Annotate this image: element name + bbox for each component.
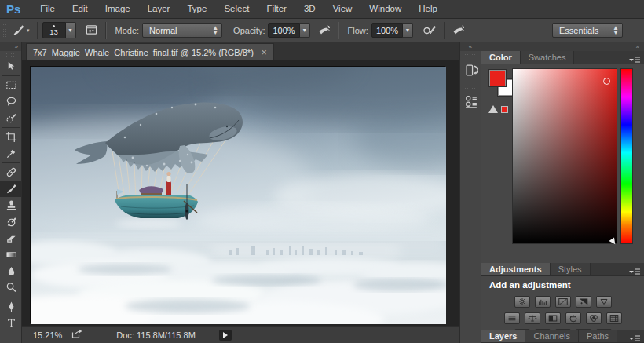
- adjustment-color-lookup[interactable]: [606, 312, 622, 324]
- hue-slider[interactable]: [620, 68, 633, 244]
- divider: [338, 22, 338, 39]
- adjustment-hue-saturation[interactable]: [504, 312, 520, 324]
- menu-filter[interactable]: Filter: [258, 0, 295, 18]
- expand-dock-icon[interactable]: «: [460, 42, 481, 51]
- clone-stamp-icon: [5, 199, 17, 211]
- tool-blur[interactable]: [0, 263, 22, 279]
- tool-type[interactable]: [0, 315, 22, 331]
- tab-layers-paths[interactable]: Paths: [579, 330, 617, 342]
- panel-menu-icon[interactable]: [628, 332, 641, 343]
- color-picker-marker[interactable]: [603, 78, 610, 85]
- tab-color-swatches[interactable]: Swatches: [521, 51, 575, 64]
- menu-bar: Ps FileEditImageLayerTypeSelectFilter3DV…: [0, 0, 644, 19]
- vibrance-icon: [598, 297, 609, 306]
- adjustment-brightness-contrast[interactable]: [514, 296, 530, 308]
- rectangular-marquee-icon: [5, 79, 17, 91]
- tool-divider: [2, 75, 20, 76]
- tab-adj-styles[interactable]: Styles: [551, 263, 591, 275]
- brush-panel-icon: [85, 24, 98, 36]
- menu-3d[interactable]: 3D: [295, 0, 324, 18]
- collapse-tools-icon[interactable]: »: [0, 42, 21, 51]
- adjustment-vibrance[interactable]: [596, 296, 612, 308]
- flow-control[interactable]: 100% ▼: [371, 23, 413, 38]
- saturation-brightness-picker[interactable]: [512, 68, 617, 244]
- document-size-info[interactable]: Doc: 115.8M/115.8M: [116, 330, 195, 340]
- opacity-value[interactable]: 100%: [268, 23, 299, 38]
- adjustment-black-white[interactable]: [545, 312, 561, 324]
- tool-eyedropper[interactable]: [0, 145, 22, 162]
- tab-layers-layers[interactable]: Layers: [481, 330, 525, 342]
- tool-move[interactable]: [0, 58, 22, 75]
- chevron-down-icon[interactable]: ▼: [300, 23, 310, 38]
- adjustment-curves[interactable]: [555, 296, 571, 308]
- tool-rectangular-marquee[interactable]: [0, 77, 22, 93]
- menu-view[interactable]: View: [324, 0, 361, 18]
- tool-clone-stamp[interactable]: [0, 197, 22, 213]
- tool-lasso[interactable]: [0, 93, 22, 110]
- collapsed-panel-dock: «: [459, 42, 481, 343]
- adjustment-photo-filter[interactable]: [565, 312, 581, 324]
- tool-brush[interactable]: [0, 181, 22, 197]
- tool-spot-healing-brush[interactable]: [0, 164, 22, 181]
- blend-mode-value: Normal: [149, 26, 177, 35]
- foreground-color-swatch[interactable]: [489, 70, 506, 86]
- menu-window[interactable]: Window: [360, 0, 410, 18]
- tab-layers-channels[interactable]: Channels: [525, 330, 578, 342]
- status-options-button[interactable]: [219, 330, 232, 341]
- history-panel-button[interactable]: [460, 60, 482, 80]
- chevron-down-icon[interactable]: ▼: [66, 22, 76, 38]
- dock-grip: [464, 85, 477, 89]
- share-icon[interactable]: [71, 329, 83, 341]
- gamut-warning[interactable]: [488, 105, 508, 113]
- mode-label: Mode:: [115, 26, 140, 35]
- updown-arrows-icon: ▲▼: [206, 26, 218, 35]
- toggle-brush-panel-button[interactable]: [82, 22, 101, 39]
- tool-dodge[interactable]: [0, 279, 22, 296]
- dodge-icon: [5, 282, 17, 294]
- blur-icon: [5, 265, 17, 277]
- canvas-pasteboard[interactable]: [22, 60, 459, 326]
- tool-quick-selection[interactable]: [0, 110, 22, 126]
- tool-crop[interactable]: [0, 129, 22, 145]
- tool-pen[interactable]: [0, 298, 22, 315]
- workspace-switcher[interactable]: Essentials ▲▼: [552, 23, 623, 38]
- document-canvas[interactable]: [30, 66, 445, 323]
- brush-tool-preset-button[interactable]: ▾: [9, 22, 32, 39]
- close-icon[interactable]: ×: [262, 47, 267, 58]
- adjustment-channel-mixer[interactable]: [586, 312, 602, 324]
- adjustment-color-balance[interactable]: [525, 312, 540, 324]
- black-white-icon: [547, 314, 558, 323]
- gradient-icon: [5, 249, 17, 261]
- menu-edit[interactable]: Edit: [64, 0, 97, 18]
- properties-panel-button[interactable]: [460, 91, 482, 111]
- opacity-control[interactable]: 100% ▼: [268, 23, 309, 38]
- zoom-level-field[interactable]: 15.21%: [33, 330, 62, 340]
- blend-mode-dropdown[interactable]: Normal ▲▼: [142, 23, 222, 38]
- document-tab[interactable]: 7x7_Maggie_Whale_Christine_final.tif @ 1…: [26, 43, 274, 60]
- menu-image[interactable]: Image: [97, 0, 139, 18]
- chevron-down-icon[interactable]: ▼: [403, 23, 413, 38]
- menu-select[interactable]: Select: [215, 0, 258, 18]
- flow-value[interactable]: 100%: [371, 23, 403, 38]
- tab-color-color[interactable]: Color: [481, 51, 521, 64]
- tab-adj-adjustments[interactable]: Adjustments: [481, 263, 551, 275]
- menu-help[interactable]: Help: [410, 0, 446, 18]
- brush-size-pressure-button[interactable]: [449, 22, 467, 39]
- airbrush-opacity-pressure-button[interactable]: [315, 22, 333, 39]
- airbrush-mode-button[interactable]: [419, 22, 439, 39]
- menu-layer[interactable]: Layer: [139, 0, 179, 18]
- menu-file[interactable]: File: [31, 0, 64, 18]
- tool-history-brush[interactable]: [0, 213, 22, 230]
- status-bar: 15.21% Doc: 115.8M/115.8M: [22, 326, 459, 343]
- collapse-dock-icon[interactable]: »: [481, 42, 644, 51]
- panel-menu-icon[interactable]: [628, 265, 641, 279]
- adjustment-exposure[interactable]: [576, 296, 591, 308]
- menu-items: FileEditImageLayerTypeSelectFilter3DView…: [31, 0, 446, 18]
- tool-eraser[interactable]: [0, 230, 22, 246]
- tool-gradient[interactable]: [0, 246, 22, 263]
- menu-type[interactable]: Type: [178, 0, 215, 18]
- brush-preset-picker[interactable]: 13 ▼: [42, 22, 76, 38]
- workspace-value: Essentials: [559, 26, 598, 35]
- curves-icon: [558, 297, 569, 306]
- adjustment-levels[interactable]: [535, 296, 551, 308]
